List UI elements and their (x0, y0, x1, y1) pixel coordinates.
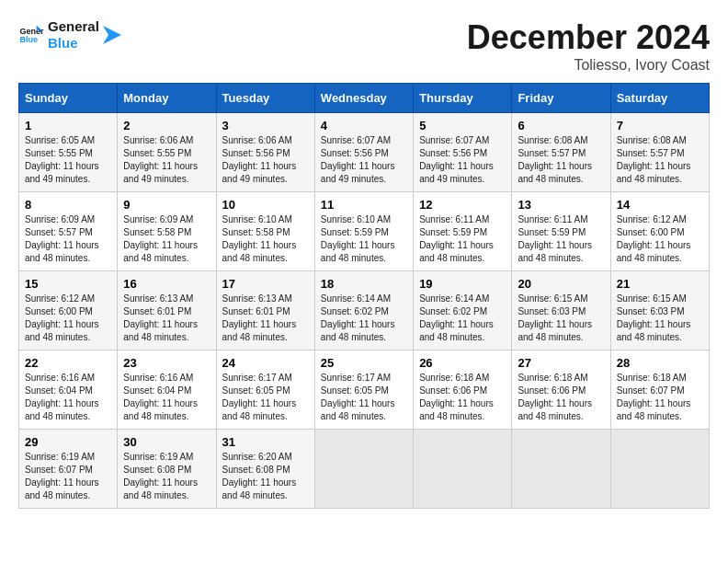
day-info: Sunrise: 6:09 AMSunset: 5:57 PMDaylight:… (25, 214, 99, 263)
day-info: Sunrise: 6:19 AMSunset: 6:08 PMDaylight:… (123, 452, 198, 500)
day-cell: 21 Sunrise: 6:15 AMSunset: 6:03 PMDaylig… (610, 271, 709, 350)
day-cell (610, 430, 709, 509)
day-cell: 15 Sunrise: 6:12 AMSunset: 6:00 PMDaylig… (19, 271, 118, 350)
location: Toliesso, Ivory Coast (467, 57, 710, 74)
day-info: Sunrise: 6:19 AMSunset: 6:07 PMDaylight:… (25, 452, 99, 500)
day-info: Sunrise: 6:18 AMSunset: 6:06 PMDaylight:… (419, 373, 494, 421)
day-cell: 17 Sunrise: 6:13 AMSunset: 6:01 PMDaylig… (216, 271, 314, 350)
day-info: Sunrise: 6:15 AMSunset: 6:03 PMDaylight:… (617, 293, 691, 342)
day-cell: 26 Sunrise: 6:18 AMSunset: 6:06 PMDaylig… (414, 350, 512, 430)
day-info: Sunrise: 6:05 AMSunset: 5:55 PMDaylight:… (25, 135, 99, 184)
day-info: Sunrise: 6:12 AMSunset: 6:00 PMDaylight:… (617, 214, 691, 263)
day-cell: 10 Sunrise: 6:10 AMSunset: 5:58 PMDaylig… (216, 192, 314, 271)
day-cell: 14 Sunrise: 6:12 AMSunset: 6:00 PMDaylig… (610, 192, 709, 271)
header-saturday: Saturday (610, 84, 709, 113)
day-info: Sunrise: 6:10 AMSunset: 5:59 PMDaylight:… (321, 214, 395, 263)
header-wednesday: Wednesday (314, 84, 413, 113)
logo-icon: General Blue (18, 22, 44, 48)
day-cell (314, 430, 413, 509)
day-info: Sunrise: 6:16 AMSunset: 6:04 PMDaylight:… (25, 373, 99, 421)
logo-general: General (48, 18, 99, 35)
day-number: 28 (617, 356, 703, 370)
svg-text:Blue: Blue (19, 35, 38, 44)
day-number: 24 (222, 356, 309, 370)
week-row-3: 15 Sunrise: 6:12 AMSunset: 6:00 PMDaylig… (19, 271, 710, 350)
day-cell: 18 Sunrise: 6:14 AMSunset: 6:02 PMDaylig… (314, 271, 413, 350)
day-cell: 12 Sunrise: 6:11 AMSunset: 5:59 PMDaylig… (414, 192, 512, 271)
month-title: December 2024 (467, 18, 710, 57)
day-number: 27 (518, 356, 604, 370)
day-cell: 28 Sunrise: 6:18 AMSunset: 6:07 PMDaylig… (610, 350, 709, 430)
header-monday: Monday (118, 84, 216, 113)
day-cell: 13 Sunrise: 6:11 AMSunset: 5:59 PMDaylig… (512, 192, 610, 271)
day-number: 12 (419, 198, 506, 212)
day-number: 30 (123, 435, 210, 449)
day-info: Sunrise: 6:15 AMSunset: 6:03 PMDaylight:… (518, 293, 592, 342)
day-number: 17 (222, 277, 309, 291)
calendar-table: Sunday Monday Tuesday Wednesday Thursday… (18, 83, 710, 509)
day-info: Sunrise: 6:08 AMSunset: 5:57 PMDaylight:… (617, 135, 691, 184)
day-info: Sunrise: 6:11 AMSunset: 5:59 PMDaylight:… (518, 214, 592, 263)
day-number: 18 (321, 277, 407, 291)
day-number: 22 (25, 356, 111, 370)
day-cell: 11 Sunrise: 6:10 AMSunset: 5:59 PMDaylig… (314, 192, 413, 271)
day-number: 26 (419, 356, 506, 370)
day-info: Sunrise: 6:06 AMSunset: 5:56 PMDaylight:… (222, 135, 297, 184)
day-cell: 7 Sunrise: 6:08 AMSunset: 5:57 PMDayligh… (610, 113, 709, 192)
day-number: 9 (123, 198, 210, 212)
day-info: Sunrise: 6:07 AMSunset: 5:56 PMDaylight:… (419, 135, 494, 184)
day-number: 23 (123, 356, 210, 370)
header-friday: Friday (512, 84, 610, 113)
day-number: 7 (617, 119, 703, 132)
day-info: Sunrise: 6:12 AMSunset: 6:00 PMDaylight:… (25, 293, 99, 342)
day-info: Sunrise: 6:17 AMSunset: 6:05 PMDaylight:… (222, 373, 297, 421)
day-number: 14 (617, 198, 703, 212)
header: General Blue General Blue December 2024 … (18, 18, 710, 74)
day-info: Sunrise: 6:13 AMSunset: 6:01 PMDaylight:… (123, 293, 198, 342)
day-number: 4 (321, 119, 407, 132)
logo-blue: Blue (48, 35, 99, 52)
day-info: Sunrise: 6:14 AMSunset: 6:02 PMDaylight:… (321, 293, 395, 342)
day-number: 1 (25, 119, 111, 132)
day-number: 15 (25, 277, 111, 291)
day-cell: 27 Sunrise: 6:18 AMSunset: 6:06 PMDaylig… (512, 350, 610, 430)
day-number: 13 (518, 198, 604, 212)
day-number: 31 (222, 435, 309, 449)
day-info: Sunrise: 6:20 AMSunset: 6:08 PMDaylight:… (222, 452, 297, 500)
day-number: 10 (222, 198, 309, 212)
day-number: 19 (419, 277, 506, 291)
day-info: Sunrise: 6:17 AMSunset: 6:05 PMDaylight:… (321, 373, 395, 421)
day-cell: 24 Sunrise: 6:17 AMSunset: 6:05 PMDaylig… (216, 350, 314, 430)
logo-arrow-icon (103, 26, 121, 44)
day-cell: 3 Sunrise: 6:06 AMSunset: 5:56 PMDayligh… (216, 113, 314, 192)
day-number: 8 (25, 198, 111, 212)
day-info: Sunrise: 6:06 AMSunset: 5:55 PMDaylight:… (123, 135, 198, 184)
day-cell: 16 Sunrise: 6:13 AMSunset: 6:01 PMDaylig… (118, 271, 216, 350)
header-tuesday: Tuesday (216, 84, 314, 113)
day-info: Sunrise: 6:13 AMSunset: 6:01 PMDaylight:… (222, 293, 297, 342)
day-cell: 6 Sunrise: 6:08 AMSunset: 5:57 PMDayligh… (512, 113, 610, 192)
day-cell: 19 Sunrise: 6:14 AMSunset: 6:02 PMDaylig… (414, 271, 512, 350)
day-number: 5 (419, 119, 506, 132)
day-cell: 30 Sunrise: 6:19 AMSunset: 6:08 PMDaylig… (118, 430, 216, 509)
day-cell (414, 430, 512, 509)
header-row: Sunday Monday Tuesday Wednesday Thursday… (19, 84, 710, 113)
day-info: Sunrise: 6:09 AMSunset: 5:58 PMDaylight:… (123, 214, 198, 263)
title-area: December 2024 Toliesso, Ivory Coast (467, 18, 710, 74)
day-cell: 9 Sunrise: 6:09 AMSunset: 5:58 PMDayligh… (118, 192, 216, 271)
day-number: 3 (222, 119, 309, 132)
day-cell (512, 430, 610, 509)
day-cell: 20 Sunrise: 6:15 AMSunset: 6:03 PMDaylig… (512, 271, 610, 350)
day-cell: 23 Sunrise: 6:16 AMSunset: 6:04 PMDaylig… (118, 350, 216, 430)
day-number: 16 (123, 277, 210, 291)
week-row-4: 22 Sunrise: 6:16 AMSunset: 6:04 PMDaylig… (19, 350, 710, 430)
day-number: 2 (123, 119, 210, 132)
day-info: Sunrise: 6:18 AMSunset: 6:06 PMDaylight:… (518, 373, 592, 421)
logo: General Blue General Blue (18, 18, 121, 52)
week-row-1: 1 Sunrise: 6:05 AMSunset: 5:55 PMDayligh… (19, 113, 710, 192)
header-sunday: Sunday (19, 84, 118, 113)
day-info: Sunrise: 6:07 AMSunset: 5:56 PMDaylight:… (321, 135, 395, 184)
day-cell: 31 Sunrise: 6:20 AMSunset: 6:08 PMDaylig… (216, 430, 314, 509)
header-thursday: Thursday (414, 84, 512, 113)
day-number: 29 (25, 435, 111, 449)
